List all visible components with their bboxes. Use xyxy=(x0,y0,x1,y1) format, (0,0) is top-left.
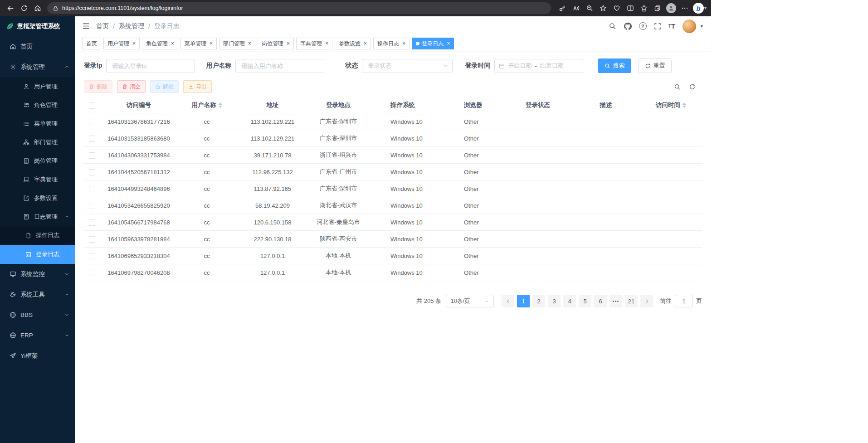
page-button-1[interactable]: 1 xyxy=(517,295,530,307)
essentials-icon[interactable] xyxy=(610,2,624,15)
collections-icon[interactable] xyxy=(651,2,664,15)
next-page-button[interactable] xyxy=(640,295,653,307)
sidebar-item-bbs[interactable]: BBS xyxy=(0,305,75,325)
key-icon[interactable] xyxy=(556,2,569,15)
sidebar-item-role-mgmt[interactable]: 角色管理 xyxy=(0,96,75,114)
fullscreen-icon[interactable] xyxy=(654,23,661,30)
sidebar-item-erp[interactable]: ERP xyxy=(0,325,75,346)
unlock-button[interactable]: 解锁 xyxy=(150,80,179,93)
export-button[interactable]: 导出 xyxy=(183,80,212,93)
site-lock-icon[interactable] xyxy=(53,5,59,11)
user-name-input[interactable] xyxy=(235,59,324,73)
sidebar-item-login-log[interactable]: 登录日志 xyxy=(0,245,75,264)
close-icon[interactable]: × xyxy=(287,41,290,46)
page-button-4[interactable]: 4 xyxy=(563,295,576,307)
tab-param-settings[interactable]: 参数设置× xyxy=(335,38,371,49)
row-checkbox[interactable] xyxy=(89,186,95,192)
tab-operation-log[interactable]: 操作日志× xyxy=(373,38,410,49)
row-checkbox[interactable] xyxy=(89,270,95,276)
refresh-table-icon[interactable] xyxy=(689,83,696,90)
row-checkbox[interactable] xyxy=(89,169,95,175)
zoom-icon[interactable] xyxy=(583,2,596,15)
sidebar-fold-icon[interactable] xyxy=(82,22,90,30)
more-pages-button[interactable]: ••• xyxy=(610,295,622,307)
close-icon[interactable]: × xyxy=(171,41,174,46)
page-button-6[interactable]: 6 xyxy=(594,295,607,307)
sidebar-item-post-mgmt[interactable]: 岗位管理 xyxy=(0,151,75,170)
tab-home[interactable]: 首页 xyxy=(82,38,101,49)
tab-post-mgmt[interactable]: 岗位管理× xyxy=(258,38,294,49)
goto-page-input[interactable] xyxy=(675,295,693,307)
sidebar-item-log-mgmt[interactable]: 日志管理 xyxy=(0,207,75,226)
status-select[interactable]: 登录状态 xyxy=(362,59,453,73)
sort-icon[interactable] xyxy=(683,102,686,108)
sort-icon[interactable] xyxy=(219,102,222,108)
refresh-icon[interactable] xyxy=(17,2,31,15)
user-avatar[interactable] xyxy=(683,19,696,33)
close-icon[interactable]: × xyxy=(447,41,450,46)
page-button-2[interactable]: 2 xyxy=(532,295,545,307)
split-screen-icon[interactable] xyxy=(624,2,637,15)
avatar-caret-icon[interactable]: ▼ xyxy=(700,24,704,29)
read-aloud-icon[interactable] xyxy=(569,2,583,15)
sidebar-item-yi-framework[interactable]: Yi框架 xyxy=(0,346,75,366)
page-size-select[interactable]: 10条/页 xyxy=(446,295,494,307)
browser-menu-icon[interactable] xyxy=(678,2,692,15)
row-checkbox[interactable] xyxy=(89,203,95,209)
row-checkbox[interactable] xyxy=(89,236,95,243)
breadcrumb-system-mgmt[interactable]: 系统管理 xyxy=(119,22,144,30)
tab-role-mgmt[interactable]: 角色管理× xyxy=(142,38,178,49)
sidebar-item-user-mgmt[interactable]: 用户管理 xyxy=(0,77,75,96)
sidebar-item-dict-mgmt[interactable]: 字典管理 xyxy=(0,170,75,189)
sidebar-item-dept-mgmt[interactable]: 部门管理 xyxy=(0,133,75,151)
favorites-icon[interactable] xyxy=(596,2,610,15)
page-button-3[interactable]: 3 xyxy=(548,295,561,307)
profile-avatar[interactable] xyxy=(664,2,678,15)
close-icon[interactable]: × xyxy=(132,41,136,46)
date-range-picker[interactable]: 开始日期 - 结束日期 xyxy=(494,59,583,73)
close-icon[interactable]: × xyxy=(402,41,405,46)
back-icon[interactable] xyxy=(4,2,17,15)
sidebar-item-param-settings[interactable]: 参数设置 xyxy=(0,189,75,207)
sidebar-item-system-monitor[interactable]: 系统监控 xyxy=(0,264,75,284)
sidebar-item-menu-mgmt[interactable]: 菜单管理 xyxy=(0,114,75,133)
search-button[interactable]: 搜索 xyxy=(598,58,631,73)
page-button-5[interactable]: 5 xyxy=(579,295,591,307)
col-user-name[interactable]: 用户名称 xyxy=(177,97,236,113)
select-all-checkbox[interactable] xyxy=(89,102,95,109)
row-checkbox[interactable] xyxy=(89,219,95,226)
help-icon[interactable]: ? xyxy=(639,22,647,30)
tab-user-mgmt[interactable]: 用户管理× xyxy=(103,38,140,49)
close-icon[interactable]: × xyxy=(210,41,213,46)
login-ip-input[interactable] xyxy=(106,59,195,73)
favorites-bar-icon[interactable] xyxy=(637,2,651,15)
prev-page-button[interactable] xyxy=(502,295,514,307)
tab-menu-mgmt[interactable]: 菜单管理× xyxy=(180,38,217,49)
show-search-icon[interactable] xyxy=(674,83,681,90)
search-icon[interactable] xyxy=(609,22,616,30)
tab-login-log[interactable]: 登录日志× xyxy=(412,38,454,49)
sidebar-item-system-tools[interactable]: 系统工具 xyxy=(0,284,75,305)
font-size-icon[interactable]: TT xyxy=(668,22,675,30)
row-checkbox[interactable] xyxy=(89,136,95,142)
page-button-last[interactable]: 21 xyxy=(625,295,638,307)
row-checkbox[interactable] xyxy=(89,253,95,259)
col-visit-time[interactable]: 访问时间 xyxy=(640,97,702,113)
tab-dict-mgmt[interactable]: 字典管理× xyxy=(296,38,332,49)
address-bar[interactable]: https://ccnetcore.com:1101/system/log/lo… xyxy=(47,2,551,14)
copilot-caret-icon[interactable]: ▼ xyxy=(703,6,707,10)
github-icon[interactable] xyxy=(624,22,632,30)
close-icon[interactable]: × xyxy=(248,41,251,46)
close-icon[interactable]: × xyxy=(325,41,328,46)
home-icon[interactable] xyxy=(31,2,44,15)
breadcrumb-home[interactable]: 首页 xyxy=(96,22,109,30)
reset-button[interactable]: 重置 xyxy=(638,58,672,73)
tab-dept-mgmt[interactable]: 部门管理× xyxy=(219,38,255,49)
sidebar-item-operation-log[interactable]: 操作日志 xyxy=(0,226,75,245)
sidebar-item-system-mgmt[interactable]: 系统管理 xyxy=(0,57,75,77)
delete-button[interactable]: 删除 xyxy=(84,80,112,93)
row-checkbox[interactable] xyxy=(89,152,95,159)
row-checkbox[interactable] xyxy=(89,119,95,125)
close-icon[interactable]: × xyxy=(364,41,367,46)
sidebar-item-home[interactable]: 首页 xyxy=(0,36,75,57)
